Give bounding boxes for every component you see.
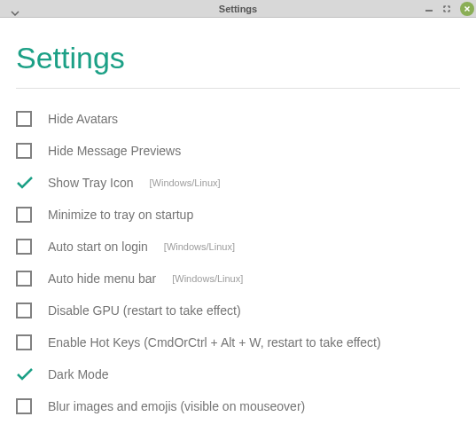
setting-item[interactable]: Blur images and emojis (visible on mouse…: [16, 390, 460, 422]
setting-label: Hide Avatars: [48, 112, 118, 126]
setting-note: [Windows/Linux]: [172, 273, 243, 284]
setting-note: [Windows/Linux]: [164, 241, 235, 252]
checkbox[interactable]: [16, 271, 32, 287]
setting-item[interactable]: Show Tray Icon[Windows/Linux]: [16, 167, 460, 199]
setting-label: Blur images and emojis (visible on mouse…: [48, 399, 305, 413]
checkbox[interactable]: [16, 207, 32, 223]
setting-item[interactable]: Hide Message Previews: [16, 135, 460, 167]
titlebar-controls: [425, 0, 474, 17]
setting-item[interactable]: Enable Hot Keys (CmdOrCtrl + Alt + W, re…: [16, 326, 460, 358]
page-title: Settings: [16, 41, 460, 75]
checkbox[interactable]: [16, 111, 32, 127]
settings-list: Hide AvatarsHide Message PreviewsShow Tr…: [16, 103, 460, 422]
checkbox[interactable]: [16, 303, 32, 318]
maximize-button[interactable]: [442, 4, 451, 13]
window-title: Settings: [0, 4, 476, 14]
close-button[interactable]: [460, 2, 474, 16]
setting-item[interactable]: Auto hide menu bar[Windows/Linux]: [16, 263, 460, 295]
setting-label: Dark Mode: [48, 367, 108, 381]
divider: [16, 88, 460, 89]
setting-label: Disable GPU (restart to take effect): [48, 303, 241, 318]
checkbox[interactable]: [16, 239, 32, 255]
setting-item[interactable]: Disable GPU (restart to take effect): [16, 295, 460, 326]
checkbox[interactable]: [16, 366, 32, 382]
setting-label: Enable Hot Keys (CmdOrCtrl + Alt + W, re…: [48, 335, 381, 350]
minimize-button[interactable]: [425, 4, 433, 13]
setting-label: Show Tray Icon: [48, 176, 134, 190]
checkbox[interactable]: [16, 398, 32, 414]
setting-label: Auto hide menu bar: [48, 271, 156, 286]
titlebar-menu-icon[interactable]: [11, 4, 20, 20]
checkbox[interactable]: [16, 334, 32, 350]
setting-label: Minimize to tray on startup: [48, 208, 193, 222]
checkbox[interactable]: [16, 143, 32, 159]
setting-item[interactable]: Dark Mode: [16, 358, 460, 390]
checkbox[interactable]: [16, 175, 32, 191]
titlebar: Settings: [0, 0, 476, 18]
setting-item[interactable]: Hide Avatars: [16, 103, 460, 135]
content-area: Settings Hide AvatarsHide Message Previe…: [0, 18, 476, 422]
setting-label: Hide Message Previews: [48, 144, 181, 158]
setting-label: Auto start on login: [48, 240, 148, 254]
setting-item[interactable]: Minimize to tray on startup: [16, 199, 460, 231]
setting-note: [Windows/Linux]: [150, 177, 221, 188]
setting-item[interactable]: Auto start on login[Windows/Linux]: [16, 231, 460, 263]
